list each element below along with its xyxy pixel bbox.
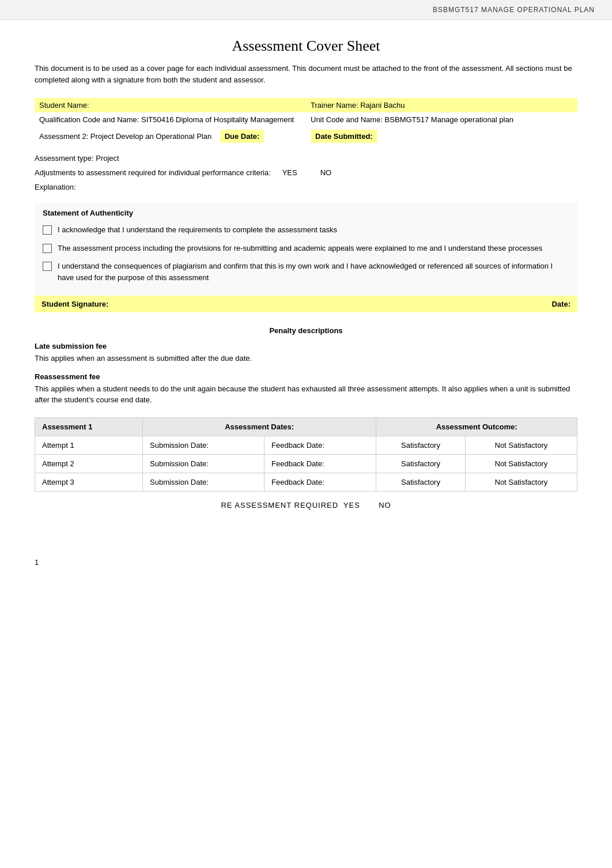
col-dates: Assessment Dates: — [143, 417, 376, 436]
info-table: Student Name: Trainer Name: Rajani Bachu… — [35, 98, 577, 146]
assessment-table: Assessment 1 Assessment Dates: Assessmen… — [35, 417, 577, 492]
reassessment-required-row: RE ASSESSMENT REQUIRED YES NO — [35, 501, 577, 510]
authenticity-section: Statement of Authenticity I acknowledge … — [35, 203, 577, 296]
due-date-label: Due Date: — [220, 130, 265, 143]
attempt-label-2: Attempt 2 — [35, 454, 143, 473]
date-submitted-label: Date Submitted: — [311, 130, 377, 143]
col-outcome: Assessment Outcome: — [376, 417, 577, 436]
attempt-label-3: Attempt 3 — [35, 473, 143, 491]
no-label: NO — [320, 168, 332, 177]
table-row-attempt-2: Attempt 2 Submission Date: Feedback Date… — [35, 454, 577, 473]
page-title: Assessment Cover Sheet — [35, 37, 577, 55]
not-satisfactory-3: Not Satisfactory — [465, 473, 577, 491]
student-signature-label: Student Signature: — [41, 300, 108, 308]
penalty-title: Penalty descriptions — [35, 326, 577, 335]
header-title: BSBMGT517 MANAGE OPERATIONAL PLAN — [433, 6, 595, 14]
adjustments-label: Adjustments to assessment required for i… — [35, 168, 271, 177]
assessment-label: Assessment 2: Project Develop an Operati… — [35, 127, 306, 146]
satisfactory-1: Satisfactory — [376, 436, 466, 454]
signature-row: Student Signature: Date: — [35, 296, 577, 312]
qualification-label: Qualification Code and Name: SIT50416 Di… — [35, 112, 306, 127]
reassessment-heading: Reassessment fee — [35, 372, 577, 381]
auth-item-1: I acknowledge that I understand the requ… — [43, 224, 569, 236]
auth-item-3: I understand the consequences of plagiar… — [43, 261, 569, 283]
date-signature-label: Date: — [551, 300, 571, 308]
feedback-date-1: Feedback Date: — [265, 436, 376, 454]
table-row-attempt-3: Attempt 3 Submission Date: Feedback Date… — [35, 473, 577, 491]
submission-date-3: Submission Date: — [143, 473, 265, 491]
feedback-date-2: Feedback Date: — [265, 454, 376, 473]
assessment-type: Assessment type: Project — [35, 154, 577, 163]
penalty-section: Penalty descriptions Late submission fee… — [35, 326, 577, 406]
reassessment-no: NO — [379, 501, 391, 510]
explanation-row: Explanation: — [35, 183, 577, 191]
student-name-label: Student Name: — [35, 98, 306, 112]
authenticity-title: Statement of Authenticity — [43, 209, 569, 217]
late-submission-text: This applies when an assessment is submi… — [35, 353, 577, 364]
table-row-attempt-1: Attempt 1 Submission Date: Feedback Date… — [35, 436, 577, 454]
not-satisfactory-1: Not Satisfactory — [465, 436, 577, 454]
reassessment-text: This applies when a student needs to do … — [35, 383, 577, 406]
checkbox-2 — [43, 244, 52, 253]
reassessment-yes: YES — [343, 501, 360, 510]
reassessment-required-label: RE ASSESSMENT REQUIRED — [221, 501, 338, 510]
yes-label: YES — [282, 168, 297, 177]
satisfactory-2: Satisfactory — [376, 454, 466, 473]
feedback-date-3: Feedback Date: — [265, 473, 376, 491]
not-satisfactory-2: Not Satisfactory — [465, 454, 577, 473]
reassessment-block: Reassessment fee This applies when a stu… — [35, 372, 577, 406]
unit-label: Unit Code and Name: BSBMGT517 Manage ope… — [306, 112, 577, 127]
page-header: BSBMGT517 MANAGE OPERATIONAL PLAN — [0, 0, 612, 20]
date-submitted-cell: Date Submitted: — [306, 127, 577, 146]
submission-date-2: Submission Date: — [143, 454, 265, 473]
checkbox-1 — [43, 225, 52, 235]
submission-date-1: Submission Date: — [143, 436, 265, 454]
explanation-label: Explanation: — [35, 183, 76, 191]
attempt-label-1: Attempt 1 — [35, 436, 143, 454]
main-content: Assessment Cover Sheet This document is … — [0, 20, 612, 552]
late-submission-heading: Late submission fee — [35, 342, 577, 350]
satisfactory-3: Satisfactory — [376, 473, 466, 491]
auth-item-2: The assessment process including the pro… — [43, 243, 569, 254]
late-submission-block: Late submission fee This applies when an… — [35, 342, 577, 364]
checkbox-3 — [43, 262, 52, 271]
adjustments-row: Adjustments to assessment required for i… — [35, 168, 577, 177]
page-number: 1 — [0, 552, 612, 572]
col-assessment: Assessment 1 — [35, 417, 143, 436]
intro-text: This document is to be used as a cover p… — [35, 63, 577, 85]
trainer-label: Trainer Name: Rajani Bachu — [306, 98, 577, 112]
